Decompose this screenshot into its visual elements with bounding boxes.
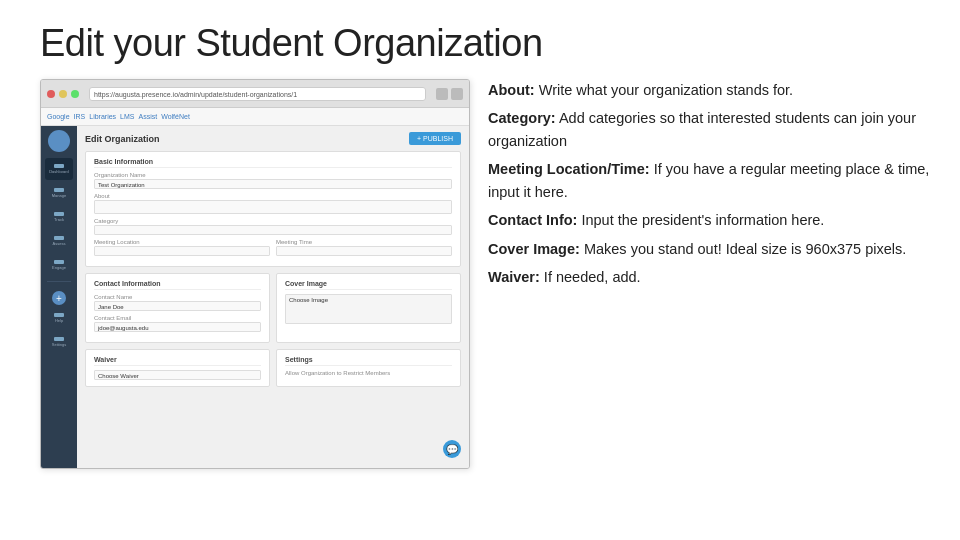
meeting-location-label: Meeting Location — [94, 239, 270, 245]
sidebar-item-manage[interactable]: Manage — [45, 182, 73, 204]
settings-section: Settings Allow Organization to Restrict … — [276, 349, 461, 387]
sidebar-label-dashboard: Dashboard — [49, 169, 69, 174]
meeting-time-input[interactable] — [276, 246, 452, 256]
category-input[interactable] — [94, 225, 452, 235]
edit-org-title: Edit Organization — [85, 134, 160, 144]
sidebar-label-manage: Manage — [52, 193, 66, 198]
sidebar-item-settings[interactable]: Settings — [45, 331, 73, 353]
sidebar-item-dashboard[interactable]: Dashboard — [45, 158, 73, 180]
browser-icons — [436, 88, 463, 100]
browser-nav-icon — [436, 88, 448, 100]
minimize-dot — [59, 90, 67, 98]
desc-cover-image-bold: Cover Image: — [488, 241, 580, 257]
contact-info-title: Contact Information — [94, 280, 261, 290]
publish-button[interactable]: + PUBLISH — [409, 132, 461, 145]
sidebar-item-help[interactable]: Help — [45, 307, 73, 329]
help-icon — [54, 313, 64, 317]
meeting-location-input[interactable] — [94, 246, 270, 256]
org-name-field: Organization Name Test Organization — [94, 172, 452, 189]
sidebar-item-track[interactable]: Track — [45, 206, 73, 228]
category-field: Category — [94, 218, 452, 235]
sidebar-label-engage: Engage — [52, 265, 66, 270]
desc-meeting-bold: Meeting Location/Time: — [488, 161, 650, 177]
choose-image-button[interactable]: Choose Image — [285, 294, 452, 324]
contact-email-field: Contact Email jdoe@augusta.edu — [94, 315, 261, 332]
meeting-time-field: Meeting Time — [276, 239, 452, 256]
contact-name-label: Contact Name — [94, 294, 261, 300]
sidebar-label-settings: Settings — [52, 342, 66, 347]
toolbar-google[interactable]: Google — [47, 113, 70, 120]
contact-email-label: Contact Email — [94, 315, 261, 321]
contact-cover-row: Contact Information Contact Name Jane Do… — [85, 273, 461, 349]
sidebar-label-assess: Assess — [53, 241, 66, 246]
page-title: Edit your Student Organization — [0, 0, 960, 79]
meeting-location-field: Meeting Location — [94, 239, 270, 256]
app-main: Edit Organization + PUBLISH Basic Inform… — [77, 126, 469, 469]
desc-meeting: Meeting Location/Time: If you have a reg… — [488, 158, 930, 203]
desc-waiver-bold: Waiver: — [488, 269, 540, 285]
dashboard-icon — [54, 164, 64, 168]
sidebar-item-assess[interactable]: Assess — [45, 230, 73, 252]
contact-name-input[interactable]: Jane Doe — [94, 301, 261, 311]
basic-info-title: Basic Information — [94, 158, 452, 168]
desc-waiver-text: If needed, add. — [540, 269, 641, 285]
about-input[interactable] — [94, 200, 452, 214]
choose-waiver-input[interactable]: Choose Waiver — [94, 370, 261, 380]
desc-cover-image-text: Makes you stand out! Ideal size is 960x3… — [580, 241, 906, 257]
track-icon — [54, 212, 64, 216]
desc-about-text: Write what your organization stands for. — [535, 82, 793, 98]
waiver-settings-row: Waiver Choose Waiver Settings Allow Orga… — [85, 349, 461, 393]
toolbar-wolfenet[interactable]: WolféNet — [161, 113, 190, 120]
browser-chrome: https://augusta.presence.io/admin/update… — [41, 80, 469, 108]
allow-restrict-label: Allow Organization to Restrict Members — [285, 370, 452, 376]
engage-icon — [54, 260, 64, 264]
category-label: Category — [94, 218, 452, 224]
desc-about-bold: About: — [488, 82, 535, 98]
avatar — [48, 130, 70, 152]
cover-image-title: Cover Image — [285, 280, 452, 290]
about-field: About — [94, 193, 452, 214]
browser-url[interactable]: https://augusta.presence.io/admin/update… — [89, 87, 426, 101]
toolbar-assist[interactable]: Assist — [139, 113, 158, 120]
waiver-section: Waiver Choose Waiver — [85, 349, 270, 387]
browser-toolbar: Google IRS Libraries LMS Assist WolféNet — [41, 108, 469, 126]
settings-icon — [54, 337, 64, 341]
desc-about: About: Write what your organization stan… — [488, 79, 930, 101]
assess-icon — [54, 236, 64, 240]
meeting-row: Meeting Location Meeting Time — [94, 239, 452, 260]
contact-email-input[interactable]: jdoe@augusta.edu — [94, 322, 261, 332]
about-label: About — [94, 193, 452, 199]
close-dot — [47, 90, 55, 98]
sidebar-item-engage[interactable]: Engage — [45, 254, 73, 276]
app-layout: Dashboard Manage Track Assess Engage — [41, 126, 469, 469]
waiver-title: Waiver — [94, 356, 261, 366]
screenshot-mock: https://augusta.presence.io/admin/update… — [40, 79, 470, 469]
edit-org-header: Edit Organization + PUBLISH — [85, 132, 461, 145]
desc-category: Category: Add categories so that interes… — [488, 107, 930, 152]
manage-icon — [54, 188, 64, 192]
sidebar-label-track: Track — [54, 217, 64, 222]
desc-contact-bold: Contact Info: — [488, 212, 577, 228]
toolbar-libraries[interactable]: Libraries — [89, 113, 116, 120]
cover-image-section: Cover Image Choose Image — [276, 273, 461, 343]
app-sidebar: Dashboard Manage Track Assess Engage — [41, 126, 77, 469]
basic-info-section: Basic Information Organization Name Test… — [85, 151, 461, 267]
toolbar-irs[interactable]: IRS — [74, 113, 86, 120]
browser-refresh-icon — [451, 88, 463, 100]
org-name-label: Organization Name — [94, 172, 452, 178]
contact-info-section: Contact Information Contact Name Jane Do… — [85, 273, 270, 343]
desc-contact: Contact Info: Input the president's info… — [488, 209, 930, 231]
meeting-time-label: Meeting Time — [276, 239, 452, 245]
desc-contact-text: Input the president's information here. — [577, 212, 824, 228]
sidebar-divider — [47, 281, 71, 282]
org-name-input[interactable]: Test Organization — [94, 179, 452, 189]
toolbar-lms[interactable]: LMS — [120, 113, 134, 120]
sidebar-label-help: Help — [55, 318, 63, 323]
settings-title: Settings — [285, 356, 452, 366]
create-button[interactable]: + — [52, 291, 66, 305]
desc-cover-image: Cover Image: Makes you stand out! Ideal … — [488, 238, 930, 260]
chat-icon: 💬 — [446, 444, 458, 455]
chat-bubble[interactable]: 💬 — [443, 440, 461, 458]
desc-waiver: Waiver: If needed, add. — [488, 266, 930, 288]
content-area: https://augusta.presence.io/admin/update… — [0, 79, 960, 509]
